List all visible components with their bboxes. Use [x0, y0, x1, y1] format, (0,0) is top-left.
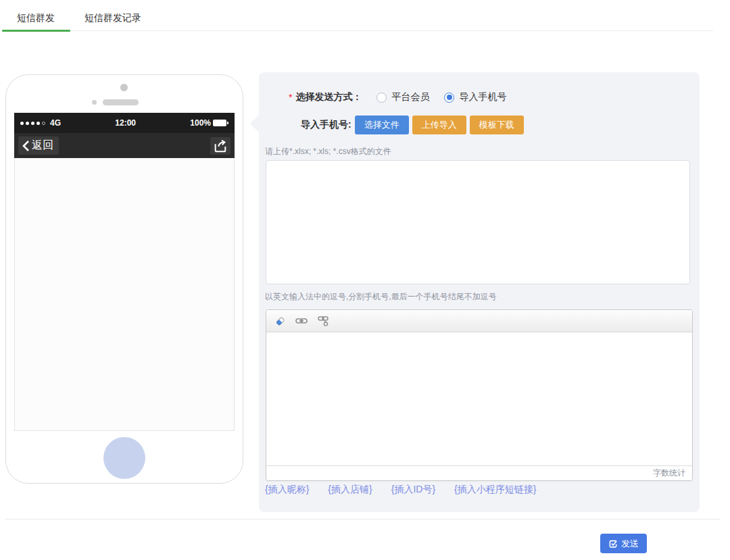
phone-status-bar: 4G 12:00 100%: [14, 113, 235, 133]
tab-bar: 短信群发 短信群发记录: [2, 7, 713, 32]
upload-import-button[interactable]: 上传导入: [412, 116, 466, 134]
insert-nickname-link[interactable]: {插入昵称}: [265, 484, 309, 496]
required-asterisk: *: [289, 92, 292, 103]
share-icon: [213, 138, 228, 153]
tab-underline: [2, 30, 713, 32]
share-button[interactable]: [210, 137, 230, 155]
import-phone-label: 导入手机号:: [301, 119, 351, 131]
template-download-button[interactable]: 模板下载: [470, 116, 524, 134]
chevron-left-icon: [21, 140, 30, 152]
import-phone-row: 导入手机号: 选择文件 上传导入 模板下载: [301, 116, 524, 134]
status-time: 12:00: [115, 118, 136, 128]
send-method-label: 选择发送方式：: [295, 91, 362, 103]
footer-divider: [5, 519, 721, 519]
insert-miniprogram-shortlink-link[interactable]: {插入小程序短链接}: [454, 484, 536, 496]
panel-callout-arrow: [250, 114, 260, 133]
radio-circle-checked[interactable]: [444, 93, 454, 103]
phone-speaker-dot: [92, 100, 97, 105]
phone-camera-dot: [120, 84, 128, 91]
radio-import-phone-label: 导入手机号: [459, 91, 506, 103]
insert-variable-links: {插入昵称} {插入店铺} {插入ID号} {插入小程序短链接}: [265, 484, 536, 496]
comma-separator-hint: 以英文输入法中的逗号,分割手机号,最后一个手机号结尾不加逗号: [265, 291, 497, 303]
send-button[interactable]: 发送: [600, 534, 647, 553]
upload-format-hint: 请上传*.xlsx; *.xls; *.csv格式的文件: [265, 146, 391, 157]
phone-numbers-textarea[interactable]: [266, 160, 690, 284]
phone-nav-bar: 返回: [14, 133, 235, 158]
editor-toolbar: [266, 310, 692, 332]
active-tab-indicator: [2, 30, 70, 32]
back-label: 返回: [32, 138, 53, 153]
editor-status-bar: 字数统计: [266, 465, 692, 480]
radio-circle-unchecked[interactable]: [376, 93, 387, 103]
signal-strength-icon: 4G: [20, 118, 61, 128]
phone-home-button: [103, 437, 145, 479]
radio-platform-member[interactable]: 平台会员: [376, 91, 429, 103]
editor-content-area[interactable]: [266, 332, 692, 465]
phone-speaker-bar: [103, 99, 139, 105]
battery-percent: 100%: [190, 118, 211, 128]
link-icon[interactable]: [295, 314, 308, 328]
insert-shop-link[interactable]: {插入店铺}: [328, 484, 372, 496]
insert-id-link[interactable]: {插入ID号}: [391, 484, 435, 496]
radio-import-phone[interactable]: 导入手机号: [444, 91, 506, 103]
radio-platform-member-label: 平台会员: [391, 91, 429, 103]
tab-sms-bulk-send[interactable]: 短信群发: [2, 12, 70, 24]
unlink-icon[interactable]: [316, 314, 330, 328]
sms-content-editor: 字数统计: [266, 309, 693, 481]
send-label: 发送: [621, 538, 639, 550]
choose-file-button[interactable]: 选择文件: [355, 116, 409, 134]
eraser-icon[interactable]: [273, 314, 287, 328]
tab-sms-bulk-send-records[interactable]: 短信群发记录: [70, 12, 156, 24]
send-check-icon: [608, 539, 618, 549]
word-count-label: 字数统计: [653, 467, 685, 479]
phone-preview: 4G 12:00 100% 返回: [5, 74, 243, 484]
carrier-label: 4G: [50, 118, 61, 128]
sms-bulk-send-page: 短信群发 短信群发记录 4G 12:00 100%: [0, 0, 730, 560]
send-method-row: * 选择发送方式： 平台会员 导入手机号: [289, 91, 506, 103]
battery-icon: [213, 120, 228, 126]
back-button[interactable]: 返回: [18, 136, 59, 155]
phone-message-screen: [14, 158, 235, 431]
send-form-panel: * 选择发送方式： 平台会员 导入手机号 导入手机号: 选择文件 上传导入 模板…: [259, 72, 700, 512]
